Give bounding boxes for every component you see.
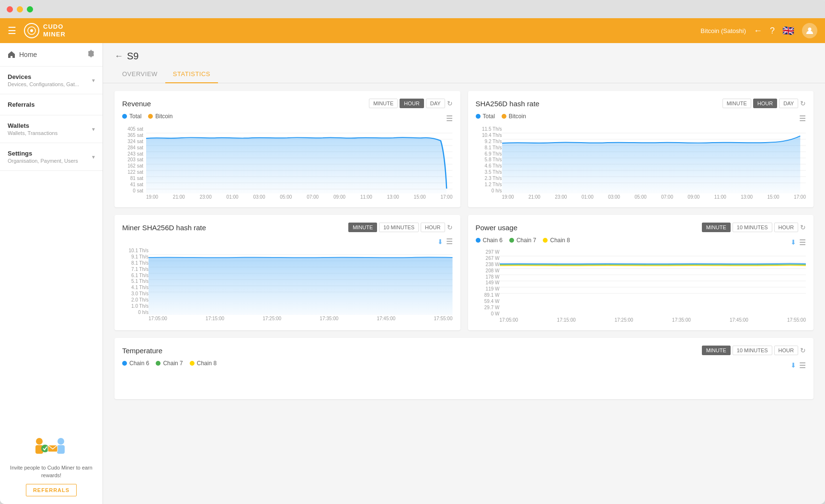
app-body: Home Devices Devices, Configurations, Ga… <box>0 43 825 504</box>
y-label: 324 sat <box>122 139 146 144</box>
power-legend-chain7: Chain 7 <box>509 237 536 244</box>
maximize-button[interactable] <box>27 6 33 12</box>
y-label: 0 W <box>476 311 500 316</box>
power-svg <box>500 249 806 316</box>
power-download-icon[interactable]: ⬇ <box>791 238 796 246</box>
sidebar-home-link[interactable]: Home <box>8 51 37 58</box>
temp-refresh-icon[interactable]: ↻ <box>800 347 806 354</box>
revenue-hour-btn[interactable]: HOUR <box>400 99 424 108</box>
hashrate-refresh-icon[interactable]: ↻ <box>800 100 806 107</box>
revenue-refresh-icon[interactable]: ↻ <box>447 100 453 107</box>
sidebar-referrals-title: Referrals <box>8 101 95 108</box>
sidebar-devices-header[interactable]: Devices Devices, Configurations, Gat... … <box>8 73 95 87</box>
sidebar-settings-header[interactable]: Settings Organisation, Payment, Users ▾ <box>8 150 95 164</box>
minimize-button[interactable] <box>17 6 23 12</box>
miner-hour-btn[interactable]: HOUR <box>421 223 445 232</box>
x-label: 09:00 <box>688 194 699 200</box>
y-label: 267 W <box>476 256 500 261</box>
x-label: 13:00 <box>741 194 753 200</box>
sidebar-settings-title: Settings <box>8 150 78 157</box>
back-button[interactable]: ← <box>115 51 123 61</box>
sidebar-referrals-section[interactable]: Referrals <box>0 94 103 115</box>
miner-menu-icon[interactable]: ☰ <box>446 237 453 246</box>
svg-point-2 <box>808 28 812 31</box>
tab-statistics[interactable]: STATISTICS <box>165 66 218 83</box>
hashrate-legend-total: Total <box>476 113 495 120</box>
revenue-menu-icon[interactable]: ☰ <box>446 114 453 123</box>
temp-chart-header: Temperature MINUTE 10 MINUTES HOUR ↻ <box>122 346 806 355</box>
hashrate-hour-btn[interactable]: HOUR <box>753 99 777 108</box>
power-minute-btn[interactable]: MINUTE <box>702 223 731 232</box>
x-label: 15:00 <box>768 194 779 200</box>
revenue-minute-btn[interactable]: MINUTE <box>369 99 398 108</box>
x-label: 17:05:00 <box>500 317 518 323</box>
hamburger-menu[interactable]: ☰ <box>8 25 16 36</box>
temp-minute-btn[interactable]: MINUTE <box>702 346 731 355</box>
help-icon[interactable]: ? <box>770 26 775 36</box>
page-title: S9 <box>127 51 138 62</box>
y-label: 178 W <box>476 274 500 280</box>
sidebar-wallets-section[interactable]: Wallets Wallets, Transactions ▾ <box>0 115 103 143</box>
tab-overview[interactable]: OVERVIEW <box>115 66 165 83</box>
power-legend: Chain 6 Chain 7 Chain 8 <box>476 237 570 244</box>
hashrate-menu-icon[interactable]: ☰ <box>799 114 806 123</box>
x-label: 23:00 <box>200 194 212 200</box>
miner-hashrate-title: Miner SHA256D hash rate <box>122 224 206 232</box>
temp-hour-btn[interactable]: HOUR <box>774 346 798 355</box>
power-refresh-icon[interactable]: ↻ <box>800 224 806 231</box>
language-flag[interactable]: 🇬🇧 <box>782 25 794 36</box>
sidebar-devices-section[interactable]: Devices Devices, Configurations, Gat... … <box>0 67 103 94</box>
y-label: 3.5 Th/s <box>476 169 502 175</box>
miner-download-icon[interactable]: ⬇ <box>437 238 443 246</box>
chain6-dot <box>476 238 481 243</box>
revenue-day-btn[interactable]: DAY <box>426 99 445 108</box>
y-label: 41 sat <box>122 182 146 187</box>
nav-left: ☰ CUDOMINER <box>8 23 66 38</box>
power-menu-icon[interactable]: ☰ <box>799 238 806 247</box>
temp-menu-icon[interactable]: ☰ <box>799 361 806 370</box>
y-label: 6.1 Th/s <box>122 273 149 278</box>
y-label: 4.1 Th/s <box>122 285 149 290</box>
y-label: 203 sat <box>122 157 146 162</box>
close-button[interactable] <box>7 6 13 12</box>
temp-download-icon[interactable]: ⬇ <box>791 361 796 369</box>
power-hour-btn[interactable]: HOUR <box>774 223 798 232</box>
x-label: 17:35:00 <box>672 317 691 323</box>
x-label: 17:45:00 <box>377 316 395 321</box>
hashrate-minute-btn[interactable]: MINUTE <box>722 99 751 108</box>
charts-grid: Revenue MINUTE HOUR DAY ↻ Total <box>103 83 825 407</box>
svg-point-6 <box>57 438 64 445</box>
x-label: 17:35:00 <box>320 316 338 321</box>
miner-minute-btn[interactable]: MINUTE <box>348 223 377 232</box>
y-label: 9.2 Th/s <box>476 139 502 144</box>
home-label: Home <box>19 51 37 58</box>
user-avatar[interactable] <box>802 23 817 38</box>
x-label: 07:00 <box>307 194 319 200</box>
y-label: 0 h/s <box>476 188 502 193</box>
miner-refresh-icon[interactable]: ↻ <box>447 224 453 231</box>
miner-10min-btn[interactable]: 10 MINUTES <box>379 223 419 232</box>
sidebar-settings-section[interactable]: Settings Organisation, Payment, Users ▾ <box>0 143 103 171</box>
temp-10min-btn[interactable]: 10 MINUTES <box>733 346 772 355</box>
x-label: 09:00 <box>333 194 345 200</box>
share-icon[interactable]: ← <box>754 26 762 36</box>
y-label: 9.1 Th/s <box>122 254 149 259</box>
settings-icon[interactable] <box>87 50 95 59</box>
x-label: 19:00 <box>146 194 158 200</box>
y-label: 243 sat <box>122 151 146 157</box>
sidebar-wallets-header[interactable]: Wallets Wallets, Transactions ▾ <box>8 122 95 136</box>
hashrate-legend-bitcoin: Bitcoin <box>502 113 526 120</box>
power-chart-header: Power usage MINUTE 10 MINUTES HOUR ↻ <box>476 223 806 232</box>
temp-legend: Chain 6 Chain 7 Chain 8 <box>122 360 217 367</box>
window: ☰ CUDOMINER Bitcoin (Satoshi) ← ? 🇬🇧 <box>0 0 825 504</box>
y-label: 297 W <box>476 249 500 255</box>
x-label: 17:05:00 <box>149 316 167 321</box>
chain8-dot <box>190 361 195 366</box>
referrals-button[interactable]: REFERRALS <box>26 484 77 496</box>
hashrate-day-btn[interactable]: DAY <box>779 99 798 108</box>
power-10min-btn[interactable]: 10 MINUTES <box>733 223 772 232</box>
x-label: 03:00 <box>608 194 620 200</box>
referral-illustration <box>30 432 73 460</box>
miner-hashrate-header: Miner SHA256D hash rate MINUTE 10 MINUTE… <box>122 223 453 232</box>
y-label: 0 sat <box>122 188 146 193</box>
